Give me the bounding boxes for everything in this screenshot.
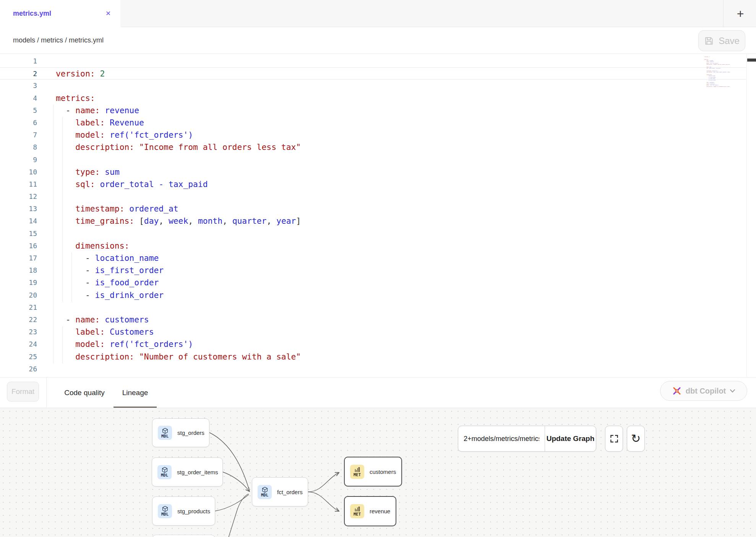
copilot-sparkle-icon — [672, 386, 682, 396]
file-header-row: models / metrics / metrics.yml Save — [0, 27, 756, 54]
badge-text: MDL — [161, 473, 168, 477]
code-text: - is_food_order — [56, 277, 159, 289]
scrollbar-thumb[interactable] — [747, 59, 756, 62]
fullscreen-icon — [609, 434, 619, 444]
floppy-disk-icon — [704, 36, 714, 46]
line-number: 7 — [0, 129, 37, 141]
code-line-16[interactable]: 16 dimensions: — [0, 240, 746, 252]
save-button[interactable]: Save — [698, 30, 745, 51]
lineage-node-revenue[interactable]: METrevenue — [344, 496, 396, 526]
node-type-badge: MDL — [158, 504, 172, 518]
tab-code-quality[interactable]: Code quality — [55, 378, 114, 408]
code-line-12[interactable]: 12 — [0, 190, 746, 203]
code-line-2[interactable]: 2version: 2 — [0, 67, 746, 80]
line-number: 16 — [0, 240, 37, 252]
code-text: version: 2 — [56, 68, 105, 80]
update-graph-button[interactable]: Update Graph — [545, 426, 596, 451]
code-line-25[interactable]: 25 description: "Number of customers wit… — [0, 351, 746, 363]
tab-strip-divider — [723, 0, 724, 27]
code-line-24[interactable]: 24 model: ref('fct_orders') — [0, 338, 746, 350]
code-line-20[interactable]: 20 - is_drink_order — [0, 289, 746, 301]
new-tab-button[interactable]: + — [732, 5, 749, 22]
node-type-badge: MDL — [157, 465, 172, 479]
code-line-3[interactable]: 3 — [0, 80, 746, 92]
minimap-content: version: 2metrics: - name: revenue label… — [704, 55, 741, 88]
code-line-5[interactable]: 5 - name: revenue — [0, 104, 746, 117]
code-line-21[interactable]: 21 — [0, 301, 746, 314]
lineage-canvas[interactable]: MDLstg_ordersMDLstg_order_itemsMDLstg_pr… — [0, 408, 756, 537]
code-text: sql: order_total - tax_paid — [56, 178, 208, 190]
bottom-panel-bar: Format Code quality Lineage dbt Copilot — [0, 377, 756, 408]
badge-text: MDL — [261, 493, 268, 497]
breadcrumb: models / metrics / metrics.yml — [13, 27, 104, 54]
code-line-14[interactable]: 14 time_grains: [day, week, month, quart… — [0, 215, 746, 227]
code-line-26[interactable]: 26 — [0, 363, 746, 375]
code-line-13[interactable]: 13 timestamp: ordered_at — [0, 203, 746, 215]
lineage-node-partial[interactable] — [152, 535, 215, 537]
line-number: 20 — [0, 289, 37, 301]
code-line-18[interactable]: 18 - is_first_order — [0, 264, 746, 277]
code-text: timestamp: ordered_at — [56, 203, 178, 215]
save-label: Save — [719, 36, 740, 46]
lineage-node-stg_order_items[interactable]: MDLstg_order_items — [152, 457, 223, 487]
code-line-8[interactable]: 8 description: "Income from all orders l… — [0, 141, 746, 153]
lineage-node-stg_products[interactable]: MDLstg_products — [152, 496, 215, 526]
code-line-11[interactable]: 11 sql: order_total - tax_paid — [0, 178, 746, 190]
code-line-4[interactable]: 4metrics: — [0, 92, 746, 104]
line-number: 3 — [0, 80, 37, 92]
line-number: 23 — [0, 326, 37, 338]
line-number: 15 — [0, 228, 37, 240]
code-line-10[interactable]: 10 type: sum — [0, 166, 746, 178]
code-text: - is_first_order — [56, 264, 164, 277]
code-line-9[interactable]: 9 — [0, 154, 746, 166]
line-number: 14 — [0, 215, 37, 227]
fullscreen-button[interactable] — [605, 426, 623, 452]
lineage-node-fct_orders[interactable]: MDLfct_orders — [252, 477, 308, 506]
code-text: - is_drink_order — [56, 289, 164, 301]
lineage-filter-input[interactable] — [458, 426, 545, 451]
lineage-node-customers[interactable]: METcustomers — [344, 457, 402, 487]
node-label: fct_orders — [277, 489, 303, 495]
line-number: 5 — [0, 104, 37, 117]
tab-label: metrics.yml — [13, 10, 51, 18]
tab-metrics-yml[interactable]: metrics.yml ✕ — [0, 0, 121, 27]
line-number: 22 — [0, 314, 37, 326]
editor-minimap[interactable]: version: 2metrics: - name: revenue label… — [704, 55, 746, 131]
node-type-badge: MET — [350, 504, 364, 518]
line-number: 12 — [0, 190, 37, 203]
node-type-badge: MDL — [158, 426, 172, 440]
code-line-1[interactable]: 1 — [0, 55, 746, 67]
node-label: customers — [370, 469, 396, 475]
panel-divider — [46, 378, 47, 408]
code-line-17[interactable]: 17 - location_name — [0, 252, 746, 264]
code-line-23[interactable]: 23 label: Customers — [0, 326, 746, 338]
code-line-7[interactable]: 7 model: ref('fct_orders') — [0, 129, 746, 141]
code-text: description: "Income from all orders les… — [56, 141, 301, 153]
close-tab-icon[interactable]: ✕ — [105, 0, 111, 27]
refresh-icon[interactable]: ↻ — [627, 426, 645, 452]
tab-lineage[interactable]: Lineage — [114, 378, 157, 408]
code-text: metrics: — [56, 92, 95, 104]
code-editor[interactable]: 12version: 234metrics:5 - name: revenue6… — [0, 54, 756, 377]
badge-text: MDL — [161, 434, 169, 438]
code-text: - name: customers — [56, 314, 149, 326]
line-number: 11 — [0, 178, 37, 190]
code-line-19[interactable]: 19 - is_food_order — [0, 277, 746, 289]
minimap-rail — [746, 54, 747, 377]
copilot-label: dbt Copilot — [686, 387, 726, 395]
graph-controls: Update Graph — [458, 426, 596, 452]
badge-text: MDL — [161, 512, 169, 516]
line-number: 6 — [0, 117, 37, 129]
line-number: 18 — [0, 264, 37, 277]
dbt-copilot-button[interactable]: dbt Copilot — [660, 381, 747, 401]
lineage-node-stg_orders[interactable]: MDLstg_orders — [152, 418, 209, 447]
line-number: 21 — [0, 301, 37, 314]
line-number: 4 — [0, 92, 37, 104]
code-line-15[interactable]: 15 — [0, 228, 746, 240]
code-line-22[interactable]: 22 - name: customers — [0, 314, 746, 326]
line-number: 10 — [0, 166, 37, 178]
node-label: stg_products — [177, 508, 210, 514]
tab-strip-empty-area: + — [122, 0, 756, 27]
code-line-6[interactable]: 6 label: Revenue — [0, 117, 746, 129]
format-button[interactable]: Format — [7, 382, 39, 402]
